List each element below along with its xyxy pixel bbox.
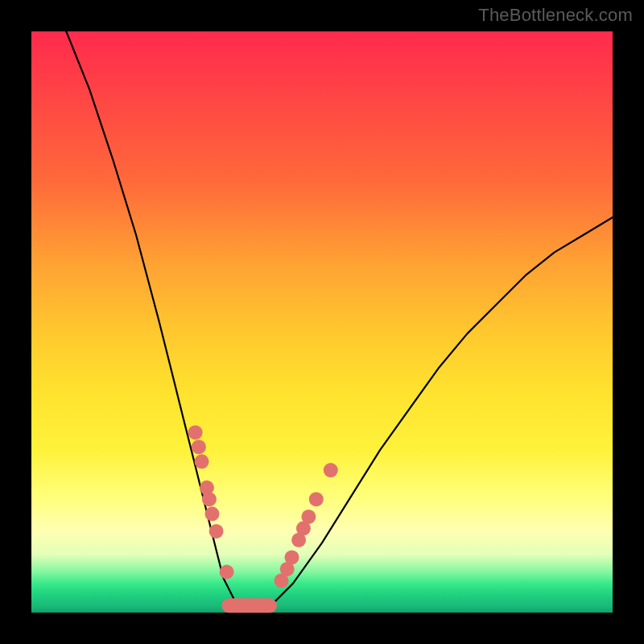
markers-right-group [275, 463, 338, 588]
chart-svg [31, 31, 613, 613]
marker-right-7 [324, 463, 338, 477]
marker-left-2 [195, 454, 209, 469]
marker-left-4 [202, 492, 217, 506]
marker-left-7 [220, 565, 234, 580]
marker-left-0 [188, 425, 203, 440]
plot-area [31, 31, 613, 613]
watermark-text: TheBottleneck.com [478, 5, 633, 26]
marker-right-6 [309, 492, 324, 506]
marker-right-5 [301, 510, 316, 524]
chart-frame: TheBottleneck.com [0, 0, 644, 644]
marker-left-6 [209, 524, 224, 539]
marker-left-5 [205, 506, 220, 521]
bottleneck-curve [66, 31, 613, 607]
marker-left-1 [192, 440, 206, 454]
marker-right-2 [285, 550, 299, 564]
markers-left-group [188, 425, 234, 579]
